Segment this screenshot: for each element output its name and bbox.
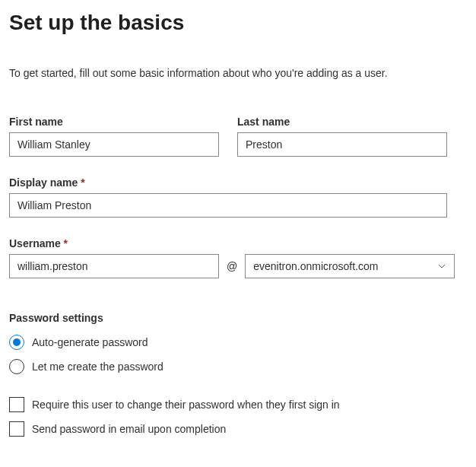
first-name-label: First name [9, 116, 219, 128]
required-marker: * [81, 176, 84, 189]
username-label: Username * [9, 237, 467, 249]
intro-text: To get started, fill out some basic info… [9, 67, 467, 79]
display-name-input[interactable] [9, 193, 447, 218]
send-email-checkbox[interactable] [9, 421, 24, 437]
username-input[interactable] [9, 254, 219, 278]
domain-selected-value: evenitron.onmicrosoft.com [253, 260, 378, 272]
auto-generate-radio[interactable] [9, 335, 24, 350]
first-name-input[interactable] [9, 132, 219, 157]
domain-select[interactable]: evenitron.onmicrosoft.com [245, 254, 455, 278]
first-name-field: First name [9, 116, 219, 157]
last-name-field: Last name [237, 116, 447, 157]
display-name-label: Display name * [9, 176, 447, 189]
require-change-checkbox[interactable] [9, 397, 24, 412]
last-name-label: Last name [237, 116, 447, 128]
auto-generate-option[interactable]: Auto-generate password [9, 335, 467, 350]
send-email-option[interactable]: Send password in email upon completion [9, 421, 467, 437]
auto-generate-label: Auto-generate password [32, 336, 148, 348]
password-settings-label: Password settings [9, 312, 467, 324]
display-name-field: Display name * [9, 176, 447, 218]
manual-password-label: Let me create the password [32, 361, 163, 373]
manual-password-option[interactable]: Let me create the password [9, 359, 467, 374]
password-settings-section: Password settings Auto-generate password… [9, 312, 467, 437]
at-symbol: @ [227, 260, 237, 272]
username-field: Username * @ evenitron.onmicrosoft.com [9, 237, 467, 312]
send-email-label: Send password in email upon completion [32, 423, 226, 435]
last-name-input[interactable] [237, 132, 447, 157]
required-marker: * [64, 237, 68, 249]
page-title: Set up the basics [9, 11, 467, 35]
manual-password-radio[interactable] [9, 359, 24, 374]
require-change-option[interactable]: Require this user to change their passwo… [9, 397, 467, 412]
require-change-label: Require this user to change their passwo… [32, 399, 340, 411]
chevron-down-icon [437, 262, 446, 271]
